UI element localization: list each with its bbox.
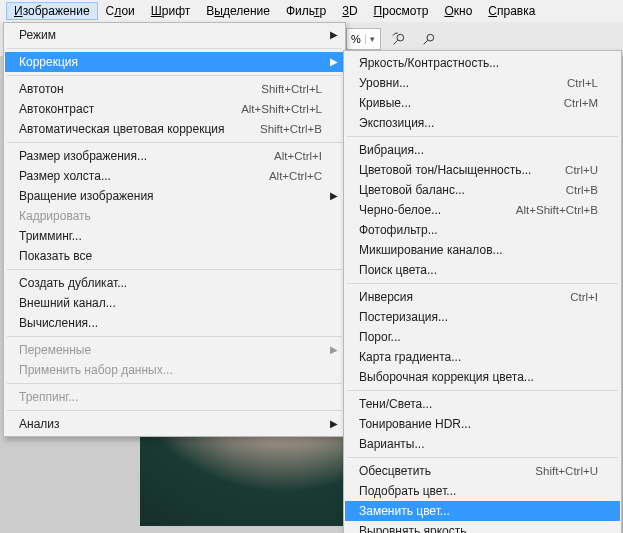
image-dropdown-menu: Режим▶Коррекция▶АвтотонShift+Ctrl+LАвток… bbox=[3, 22, 346, 437]
menu-item-label: Вращение изображения bbox=[19, 189, 154, 203]
percent-dropdown[interactable]: % ▾ bbox=[346, 28, 381, 50]
menubar-item[interactable]: Окно bbox=[436, 2, 480, 20]
menu-item[interactable]: Размер холста...Alt+Ctrl+C bbox=[5, 166, 344, 186]
menu-item-label: Фотофильтр... bbox=[359, 223, 438, 237]
menu-item-shortcut: Alt+Shift+Ctrl+B bbox=[516, 204, 598, 216]
menu-item-label: Вычисления... bbox=[19, 316, 98, 330]
menubar-item[interactable]: 3D bbox=[334, 2, 365, 20]
menu-item-label: Переменные bbox=[19, 343, 91, 357]
menu-item-label: Постеризация... bbox=[359, 310, 448, 324]
percent-suffix: % bbox=[347, 33, 365, 45]
menu-item-label: Размер холста... bbox=[19, 169, 111, 183]
menu-separator bbox=[7, 269, 342, 270]
menu-item[interactable]: Цветовой тон/Насыщенность...Ctrl+U bbox=[345, 160, 620, 180]
menu-item[interactable]: Коррекция▶ bbox=[5, 52, 344, 72]
menu-item-label: Карта градиента... bbox=[359, 350, 461, 364]
menu-item-label: Порог... bbox=[359, 330, 401, 344]
menu-item[interactable]: Постеризация... bbox=[345, 307, 620, 327]
menu-separator bbox=[7, 383, 342, 384]
menu-item: Треппинг... bbox=[5, 387, 344, 407]
menu-item-label: Уровни... bbox=[359, 76, 409, 90]
menu-item[interactable]: Поиск цвета... bbox=[345, 260, 620, 280]
menu-item[interactable]: Выборочная коррекция цвета... bbox=[345, 367, 620, 387]
menu-item[interactable]: Кривые...Ctrl+M bbox=[345, 93, 620, 113]
menu-separator bbox=[347, 457, 618, 458]
menubar-item[interactable]: Справка bbox=[480, 2, 543, 20]
menu-separator bbox=[7, 410, 342, 411]
menu-item-shortcut: Shift+Ctrl+U bbox=[535, 465, 598, 477]
menu-item-shortcut: Shift+Ctrl+B bbox=[260, 123, 322, 135]
menu-item[interactable]: Показать все bbox=[5, 246, 344, 266]
menubar-item[interactable]: Выделение bbox=[198, 2, 278, 20]
menubar-item-mnemonic: О bbox=[444, 4, 453, 18]
menu-item-label: Режим bbox=[19, 28, 56, 42]
menu-item[interactable]: Вибрация... bbox=[345, 140, 620, 160]
menu-separator bbox=[347, 390, 618, 391]
menu-item-label: Треппинг... bbox=[19, 390, 78, 404]
menu-item[interactable]: Микширование каналов... bbox=[345, 240, 620, 260]
menu-item[interactable]: АвтоконтрастAlt+Shift+Ctrl+L bbox=[5, 99, 344, 119]
menu-item-label: Кадрировать bbox=[19, 209, 91, 223]
menu-item-shortcut: Ctrl+B bbox=[566, 184, 598, 196]
menu-item-label: Тримминг... bbox=[19, 229, 82, 243]
menu-item[interactable]: Тримминг... bbox=[5, 226, 344, 246]
menu-item[interactable]: Карта градиента... bbox=[345, 347, 620, 367]
menu-item[interactable]: АвтотонShift+Ctrl+L bbox=[5, 79, 344, 99]
menu-item[interactable]: Выровнять яркость bbox=[345, 521, 620, 533]
menu-item-shortcut: Shift+Ctrl+L bbox=[261, 83, 322, 95]
menu-item[interactable]: Подобрать цвет... bbox=[345, 481, 620, 501]
chevron-right-icon: ▶ bbox=[330, 29, 338, 40]
menu-item-label: Цветовой тон/Насыщенность... bbox=[359, 163, 531, 177]
menu-item[interactable]: Анализ▶ bbox=[5, 414, 344, 434]
menu-item[interactable]: Заменить цвет... bbox=[345, 501, 620, 521]
menu-separator bbox=[7, 75, 342, 76]
menubar-item-post: росмотр bbox=[382, 4, 428, 18]
menu-item[interactable]: Варианты... bbox=[345, 434, 620, 454]
menubar-item-pre: С bbox=[106, 4, 115, 18]
menu-item[interactable]: Тени/Света... bbox=[345, 394, 620, 414]
menu-item[interactable]: Цветовой баланс...Ctrl+B bbox=[345, 180, 620, 200]
menu-item[interactable]: Вычисления... bbox=[5, 313, 344, 333]
menu-item[interactable]: Порог... bbox=[345, 327, 620, 347]
menu-item[interactable]: Внешний канал... bbox=[5, 293, 344, 313]
menubar-item[interactable]: Изображение bbox=[6, 2, 98, 20]
menubar-item[interactable]: Фильтр bbox=[278, 2, 334, 20]
menu-item[interactable]: Уровни...Ctrl+L bbox=[345, 73, 620, 93]
menu-item[interactable]: Режим▶ bbox=[5, 25, 344, 45]
menubar-item-post: кно bbox=[454, 4, 473, 18]
menubar-item[interactable]: Слои bbox=[98, 2, 143, 20]
menu-item-label: Экспозиция... bbox=[359, 116, 434, 130]
menu-item-label: Микширование каналов... bbox=[359, 243, 503, 257]
menu-item[interactable]: Создать дубликат... bbox=[5, 273, 344, 293]
art-history-brush-icon[interactable] bbox=[387, 27, 411, 51]
menu-item[interactable]: Вращение изображения▶ bbox=[5, 186, 344, 206]
menu-item[interactable]: Фотофильтр... bbox=[345, 220, 620, 240]
menu-item-label: Инверсия bbox=[359, 290, 413, 304]
menu-item[interactable]: ОбесцветитьShift+Ctrl+U bbox=[345, 461, 620, 481]
menu-item-label: Автоматическая цветовая коррекция bbox=[19, 122, 225, 136]
chevron-right-icon: ▶ bbox=[330, 56, 338, 67]
menu-item[interactable]: Тонирование HDR... bbox=[345, 414, 620, 434]
menu-item-label: Выровнять яркость bbox=[359, 524, 467, 533]
menu-item[interactable]: Черно-белое...Alt+Shift+Ctrl+B bbox=[345, 200, 620, 220]
menubar-item-mnemonic: С bbox=[488, 4, 497, 18]
menu-item[interactable]: Экспозиция... bbox=[345, 113, 620, 133]
menubar-item[interactable]: Шрифт bbox=[143, 2, 198, 20]
menu-item[interactable]: Автоматическая цветовая коррекцияShift+C… bbox=[5, 119, 344, 139]
menu-item-label: Выборочная коррекция цвета... bbox=[359, 370, 534, 384]
menu-separator bbox=[347, 136, 618, 137]
menubar-item-mnemonic: П bbox=[374, 4, 383, 18]
brush-icon[interactable] bbox=[417, 27, 441, 51]
menubar-item[interactable]: Просмотр bbox=[366, 2, 437, 20]
svg-point-0 bbox=[397, 34, 404, 41]
menu-item-shortcut: Ctrl+M bbox=[564, 97, 598, 109]
menu-item[interactable]: Размер изображения...Alt+Ctrl+I bbox=[5, 146, 344, 166]
menu-item-label: Коррекция bbox=[19, 55, 78, 69]
menu-item-shortcut: Ctrl+I bbox=[570, 291, 598, 303]
menubar-item-mnemonic: И bbox=[14, 4, 23, 18]
menu-item: Применить набор данных... bbox=[5, 360, 344, 380]
menu-item-label: Тени/Света... bbox=[359, 397, 432, 411]
menubar-item-post: деление bbox=[223, 4, 270, 18]
menu-item[interactable]: Яркость/Контрастность... bbox=[345, 53, 620, 73]
menu-item[interactable]: ИнверсияCtrl+I bbox=[345, 287, 620, 307]
